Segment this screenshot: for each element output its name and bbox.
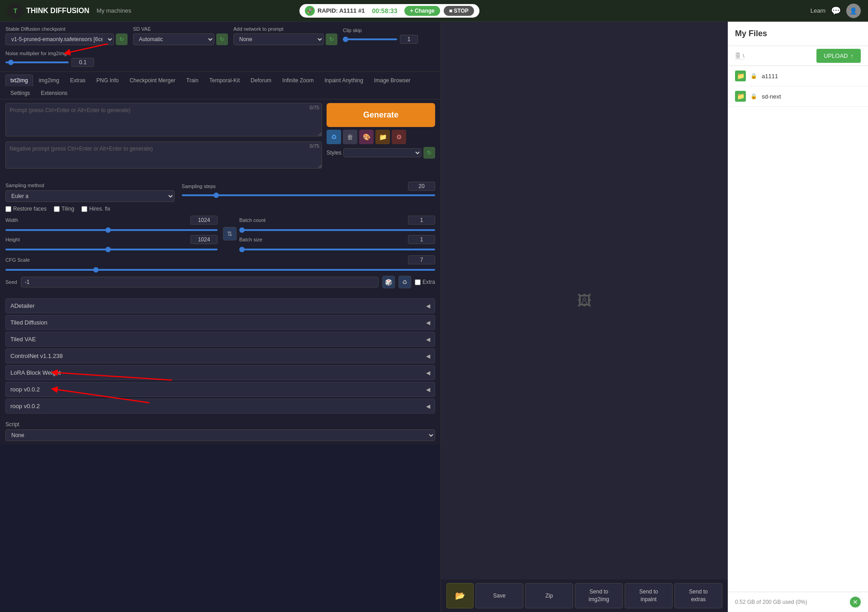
- tab-image-browser[interactable]: Image Browser: [369, 75, 416, 86]
- tab-inpaint-anything[interactable]: Inpaint Anything: [319, 75, 368, 86]
- extension-tiled-vae[interactable]: Tiled VAE ◀: [5, 332, 435, 347]
- cfg-scale-label: CFG Scale: [5, 257, 30, 263]
- seed-recycle-btn[interactable]: ♻: [398, 276, 411, 288]
- tab-checkpoint-merger[interactable]: Checkpoint Merger: [124, 75, 180, 86]
- user-avatar[interactable]: 👤: [846, 4, 861, 18]
- files-header: My Files: [728, 22, 868, 46]
- vae-select[interactable]: Automatic: [133, 33, 214, 45]
- style-btn[interactable]: 🎨: [359, 130, 374, 144]
- tab-train[interactable]: Train: [181, 75, 204, 86]
- seed-dice-btn[interactable]: 🎲: [382, 276, 395, 288]
- positive-prompt[interactable]: [5, 103, 322, 137]
- tiling-checkbox[interactable]: Tiling: [54, 206, 74, 212]
- upload-button[interactable]: UPLOAD ↑: [816, 49, 861, 63]
- extension-adetailer[interactable]: ADetailer ◀: [5, 298, 435, 313]
- tab-temporal-kit[interactable]: Temporal-Kit: [204, 75, 245, 86]
- extension-roop-1[interactable]: roop v0.0.2 ◀: [5, 382, 435, 397]
- styles-select[interactable]: [343, 148, 422, 157]
- add-network-dropdown-container: None ↻: [233, 33, 337, 45]
- learn-link[interactable]: Learn: [811, 7, 825, 14]
- file-name-a1111: a1111: [762, 73, 778, 80]
- height-label: Height: [5, 237, 20, 242]
- files-footer: 0.52 GB of 200 GB used (0%) ✕: [728, 592, 868, 612]
- folder-btn[interactable]: 📁: [375, 130, 390, 144]
- width-label: Width: [5, 217, 18, 223]
- vae-refresh-btn[interactable]: ↻: [216, 33, 228, 45]
- sampling-section: Sampling method Euler a Sampling steps 2…: [0, 177, 441, 297]
- cfg-scale-group: CFG Scale 7: [5, 255, 435, 272]
- file-item-a1111[interactable]: 📁 🔒 a1111: [728, 66, 868, 86]
- swap-dimensions-btn[interactable]: ⇅: [223, 227, 237, 240]
- file-item-sd-next[interactable]: 📁 🔒 sd-next: [728, 86, 868, 107]
- folder-open-btn[interactable]: 📂: [446, 583, 474, 608]
- tabs: txt2img img2img Extras PNG Info Checkpoi…: [0, 72, 441, 99]
- files-path: 🗄 \: [735, 52, 745, 60]
- dimensions-batch-row: Width 1024 Height 1024 ⇅: [5, 216, 435, 252]
- seed-input[interactable]: -1: [21, 277, 379, 287]
- image-placeholder-icon: 🖼: [577, 292, 592, 309]
- add-network-refresh-btn[interactable]: ↻: [326, 33, 337, 45]
- clip-skip-label: Clip skip: [343, 28, 418, 33]
- close-storage-btn[interactable]: ✕: [850, 597, 861, 607]
- vae-dropdown-container: Automatic ↻: [133, 33, 228, 45]
- batch-size-slider[interactable]: [239, 249, 435, 250]
- checkpoint-refresh-btn[interactable]: ↻: [116, 33, 128, 45]
- timer: 00:58:33: [368, 7, 401, 14]
- tab-deforum[interactable]: Deforum: [246, 75, 276, 86]
- extension-lora-block-weight[interactable]: LoRA Block Weight ◀: [5, 365, 435, 380]
- send-to-img2img-btn[interactable]: Send toimg2img: [575, 583, 623, 608]
- add-network-select[interactable]: None: [233, 33, 324, 45]
- batch-count-slider[interactable]: [239, 229, 435, 231]
- sampling-steps-header: Sampling steps 20: [182, 182, 435, 191]
- sampling-method-select[interactable]: Euler a: [5, 190, 175, 202]
- styles-refresh-btn[interactable]: ↻: [423, 147, 435, 159]
- tab-extras[interactable]: Extras: [65, 75, 90, 86]
- save-btn[interactable]: Save: [475, 583, 523, 608]
- logo-icon: T: [7, 3, 24, 19]
- files-title: My Files: [735, 29, 767, 38]
- noise-slider[interactable]: [5, 61, 69, 63]
- add-network-label: Add network to prompt: [233, 26, 337, 32]
- styles-label: Styles: [327, 150, 342, 156]
- recycle-btn[interactable]: ♻: [327, 130, 341, 144]
- negative-prompt-wrapper: 0/75: [5, 141, 322, 170]
- height-slider[interactable]: [5, 249, 218, 250]
- change-button[interactable]: + Change: [404, 6, 440, 16]
- send-to-extras-btn[interactable]: Send toextras: [674, 583, 722, 608]
- extension-roop-2[interactable]: roop v0.0.2 ◀: [5, 399, 435, 414]
- stop-button[interactable]: ■ STOP: [444, 6, 474, 16]
- files-list: 📁 🔒 a1111 📁 🔒 sd-next: [728, 66, 868, 107]
- discord-icon[interactable]: 💬: [831, 6, 841, 16]
- tab-infinite-zoom[interactable]: Infinite Zoom: [277, 75, 318, 86]
- zip-btn[interactable]: Zip: [525, 583, 573, 608]
- sampling-steps-slider[interactable]: [182, 194, 435, 196]
- rapid-icon: 🚀: [305, 6, 315, 16]
- noise-value: 0.1: [71, 58, 94, 67]
- cfg-scale-slider[interactable]: [5, 269, 435, 271]
- tab-extensions[interactable]: Extensions: [36, 87, 72, 99]
- script-select[interactable]: None: [5, 429, 435, 441]
- extension-tiled-diffusion[interactable]: Tiled Diffusion ◀: [5, 315, 435, 330]
- checkpoint-select[interactable]: v1-5-pruned-emaonly.safetensors [6ce0161…: [5, 33, 114, 45]
- checkpoint-label: Stable Diffusion checkpoint: [5, 26, 128, 32]
- clip-skip-slider[interactable]: [343, 38, 397, 40]
- tab-settings[interactable]: Settings: [5, 87, 35, 99]
- send-to-inpaint-btn[interactable]: Send toinpaint: [625, 583, 673, 608]
- files-path-row: 🗄 \ UPLOAD ↑: [728, 46, 868, 66]
- tab-img2img[interactable]: img2img: [34, 75, 64, 86]
- tab-png-info[interactable]: PNG Info: [91, 75, 123, 86]
- batch-count-label: Batch count: [239, 217, 266, 223]
- width-slider[interactable]: [5, 229, 218, 231]
- vae-label: SD VAE: [133, 26, 228, 32]
- generate-button[interactable]: Generate: [327, 103, 435, 127]
- extra-checkbox[interactable]: Extra: [415, 279, 435, 285]
- extension-controlnet[interactable]: ControlNet v1.1.238 ◀: [5, 348, 435, 363]
- trash-btn[interactable]: 🗑: [343, 130, 357, 144]
- negative-prompt[interactable]: [5, 141, 322, 169]
- files-panel: My Files 🗄 \ UPLOAD ↑ 📁 🔒 a1111 📁 🔒 sd-n…: [728, 22, 868, 612]
- hires-fix-checkbox[interactable]: Hires. fix: [81, 206, 110, 212]
- my-machines-link[interactable]: My machines: [97, 7, 132, 14]
- restore-faces-checkbox[interactable]: Restore faces: [5, 206, 47, 212]
- tab-txt2img[interactable]: txt2img: [5, 75, 33, 86]
- settings-btn[interactable]: ⚙: [392, 130, 406, 144]
